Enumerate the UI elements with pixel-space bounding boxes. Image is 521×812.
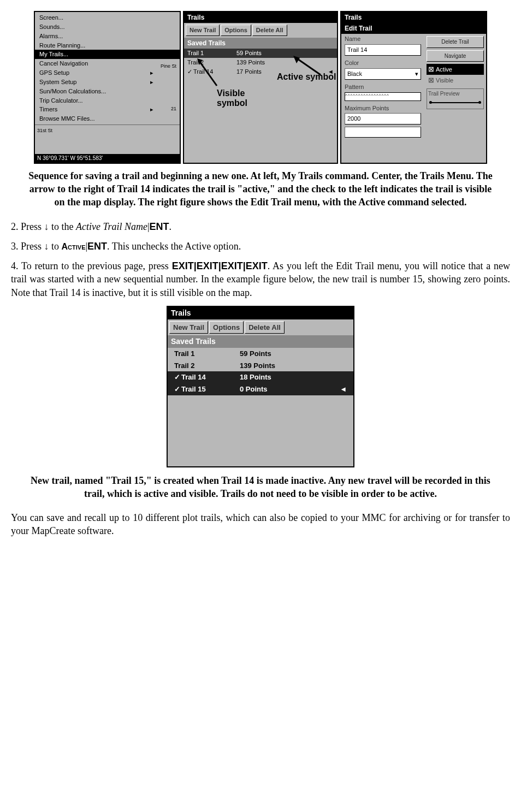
edit-trail-title: Trails	[341, 12, 486, 23]
t2-trail15-pts: 0 Points	[240, 384, 340, 394]
saved-trails-header: Saved Trails	[184, 38, 337, 49]
main-menu: Screen... Sounds... Alarms... Route Plan…	[35, 12, 180, 125]
active-checkbox[interactable]: Active	[427, 64, 484, 75]
t2-trail15-name: Trail 15	[174, 384, 240, 394]
menu-route-planning[interactable]: Route Planning...	[35, 41, 180, 50]
visible-symbol-annotation: Visible symbol	[217, 88, 247, 108]
figure2-caption: New trail, named "Trail 15," is created …	[27, 474, 494, 501]
delete-all-button-2[interactable]: Delete All	[245, 321, 285, 334]
trails-title-2: Trails	[168, 307, 353, 319]
t2-trail14-name: Trail 14	[174, 372, 240, 382]
trail2-row-1[interactable]: Trail 1 59 Points	[168, 348, 353, 360]
menu-sun-moon[interactable]: Sun/Moon Calculations...	[35, 87, 180, 96]
active-symbol-annotation: Active symbol	[277, 72, 336, 82]
color-label: Color	[341, 58, 424, 68]
max-points-field[interactable]: 2000	[345, 113, 421, 125]
step-4: 4. To return to the previous page, press…	[11, 259, 510, 299]
empty-field[interactable]	[345, 127, 421, 138]
trail-preview-label: Trail Preview	[428, 90, 482, 98]
t2-trail1-pts: 59 Points	[240, 349, 347, 359]
options-button-2[interactable]: Options	[209, 321, 244, 334]
active-arrow-icon-2: ◄	[340, 384, 347, 394]
trail2-row-15[interactable]: Trail 15 0 Points ◄	[168, 383, 353, 395]
step-2: 2. Press ↓ to the Active Trail Name|ENT.	[11, 220, 510, 233]
trail2-row-14[interactable]: Trail 14 18 Points	[168, 371, 353, 383]
menu-cancel-nav[interactable]: Cancel Navigation	[35, 59, 180, 68]
figure1-caption: Sequence for saving a trail and beginnin…	[27, 169, 494, 209]
max-points-label: Maximum Points	[341, 103, 424, 114]
menu-browse-mmc[interactable]: Browse MMC Files...	[35, 114, 180, 123]
menu-timers[interactable]: Timers	[35, 105, 180, 114]
dropdown-icon[interactable]: ▾	[415, 70, 418, 78]
map-preview: Pine St 31st St 21	[35, 125, 180, 154]
visible-arrow-icon	[195, 58, 222, 91]
trail-list-2: Trail 1 59 Points Trail 2 139 Points Tra…	[168, 348, 353, 395]
map-label-pine: Pine St	[161, 63, 176, 69]
menu-trip-calc[interactable]: Trip Calculator...	[35, 96, 180, 105]
name-field[interactable]: Trail 14	[345, 44, 421, 56]
trails-button-row: New Trail Options Delete All	[184, 23, 337, 38]
t2-trail2-name: Trail 2	[174, 361, 240, 371]
new-trail-button-2[interactable]: New Trail	[169, 321, 208, 334]
new-trail-button[interactable]: New Trail	[186, 25, 220, 36]
trail2-row-2[interactable]: Trail 2 139 Points	[168, 360, 353, 372]
t2-trail1-name: Trail 1	[174, 349, 240, 359]
menu-sounds[interactable]: Sounds...	[35, 22, 180, 32]
map-label-st: 31st St	[37, 127, 52, 134]
trail-preview-line	[429, 102, 481, 103]
menu-alarms[interactable]: Alarms...	[35, 32, 180, 41]
menu-my-trails[interactable]: My Trails...	[35, 50, 180, 59]
figure-single-panel: Trails New Trail Options Delete All Save…	[11, 306, 510, 467]
gps-menu-panel: Screen... Sounds... Alarms... Route Plan…	[34, 11, 181, 164]
figure-three-panels: Screen... Sounds... Alarms... Route Plan…	[11, 11, 510, 164]
navigate-button[interactable]: Navigate	[427, 50, 484, 62]
pattern-label: Pattern	[341, 82, 424, 92]
name-label: Name	[341, 34, 424, 44]
edit-trail-header: Edit Trail	[341, 23, 486, 34]
trails-title: Trails	[184, 12, 337, 23]
svg-line-0	[199, 61, 217, 86]
trail-1-name: Trail 1	[187, 49, 236, 57]
t2-trail14-pts: 18 Points	[240, 372, 347, 382]
saved-trails-header-2: Saved Trails	[168, 335, 353, 348]
trails-panel-2: Trails New Trail Options Delete All Save…	[167, 306, 354, 467]
color-field[interactable]: Black▾	[345, 68, 421, 80]
menu-system-setup[interactable]: System Setup	[35, 78, 180, 87]
step-3: 3. Press ↓ to Active|ENT. This unchecks …	[11, 240, 510, 253]
final-paragraph: You can save and recall up to 10 differe…	[11, 511, 510, 538]
menu-gps-setup[interactable]: GPS Setup	[35, 68, 180, 78]
delete-trail-button[interactable]: Delete Trail	[427, 36, 484, 48]
menu-screen[interactable]: Screen...	[35, 13, 180, 22]
map-label-21: 21	[171, 105, 176, 112]
t2-trail2-pts: 139 Points	[240, 361, 347, 371]
delete-all-button[interactable]: Delete All	[252, 25, 287, 36]
options-button[interactable]: Options	[221, 25, 251, 36]
coordinates-bar: N 36°09.731' W 95°51.583'	[35, 154, 180, 163]
button-row-2: New Trail Options Delete All	[168, 319, 353, 336]
trails-menu-panel: Trails New Trail Options Delete All Save…	[183, 11, 338, 164]
visible-checkbox[interactable]: Visible	[427, 75, 484, 86]
pattern-field[interactable]: ^^^^^^^^^^^^^^^^^	[345, 92, 421, 101]
edit-trail-panel: Trails Edit Trail Name Trail 14 Color Bl…	[340, 11, 487, 164]
